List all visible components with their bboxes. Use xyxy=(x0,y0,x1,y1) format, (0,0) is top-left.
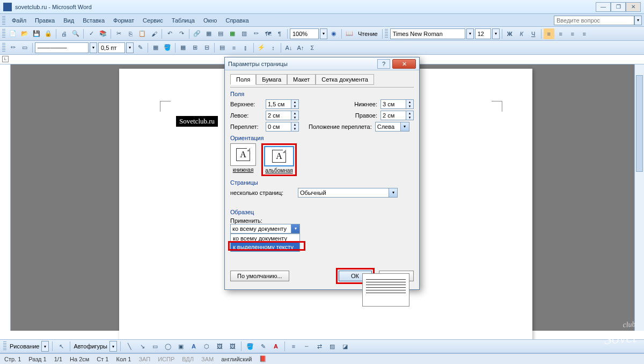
align-right-icon[interactable]: ≡ xyxy=(567,28,578,39)
columns-icon[interactable]: ▥ xyxy=(239,28,250,39)
help-icon[interactable]: ◉ xyxy=(328,28,339,39)
right-margin-input[interactable] xyxy=(380,111,406,120)
spelling-icon[interactable]: ✓ xyxy=(86,28,97,39)
arrowstyle-icon[interactable]: ⇄ xyxy=(314,341,325,352)
print-icon[interactable]: 🖨 xyxy=(58,28,69,39)
dropdown-icon[interactable]: ▾ xyxy=(401,122,409,132)
menu-format[interactable]: Формат xyxy=(109,16,138,25)
bottom-margin-input[interactable] xyxy=(380,99,406,109)
gutterpos-select[interactable] xyxy=(375,122,401,132)
draw-table-icon[interactable]: ✏ xyxy=(8,42,18,53)
lineweight-dropdown[interactable]: ▾ xyxy=(126,42,134,53)
aligncell-icon[interactable]: ▤ xyxy=(217,42,228,53)
tab-fields[interactable]: Поля xyxy=(230,74,256,85)
menu-insert[interactable]: Вставка xyxy=(78,16,109,25)
insert-table-icon[interactable]: ▤ xyxy=(215,28,226,39)
dialog-help-button[interactable]: ? xyxy=(377,59,390,69)
distrows-icon[interactable]: ≡ xyxy=(229,42,239,53)
align-left-icon[interactable]: ≡ xyxy=(544,28,554,39)
orientation-portrait[interactable]: A книжная xyxy=(230,143,256,176)
paste-icon[interactable]: 📋 xyxy=(137,28,148,39)
apply-option-all[interactable]: ко всему документу xyxy=(231,234,299,243)
close-button[interactable]: ✕ xyxy=(626,2,641,12)
scrollbar-thumb[interactable] xyxy=(636,75,643,172)
borders-icon[interactable]: ▦ xyxy=(150,42,161,53)
default-button[interactable]: По умолчанию... xyxy=(230,271,289,281)
help-search-input[interactable] xyxy=(554,16,634,25)
bold-button[interactable]: Ж xyxy=(504,28,515,39)
oval-icon[interactable]: ◯ xyxy=(163,341,173,352)
docmap-icon[interactable]: 🗺 xyxy=(262,28,273,39)
tab-paper[interactable]: Бумага xyxy=(256,74,287,85)
help-dropdown-icon[interactable]: ▾ xyxy=(634,16,642,25)
linestyle-icon[interactable]: ≡ xyxy=(288,341,299,352)
sortasc-icon[interactable]: A↓ xyxy=(283,42,294,53)
dialog-close-button[interactable]: ✕ xyxy=(392,59,416,69)
drawing-label[interactable]: Рисование xyxy=(10,343,39,350)
eraser-icon[interactable]: ▭ xyxy=(19,42,30,53)
lineweight-combo[interactable]: 0,5 пт xyxy=(98,42,125,53)
hyperlink-icon[interactable]: 🔗 xyxy=(192,28,202,39)
drawing-icon[interactable]: ✏ xyxy=(251,28,261,39)
spinner-arrows[interactable]: ▲▼ xyxy=(406,99,414,109)
status-language[interactable]: английский xyxy=(221,356,252,362)
menu-view[interactable]: Вид xyxy=(59,16,78,25)
fontsize-combo[interactable]: 12 xyxy=(475,28,491,39)
status-trk[interactable]: ИСПР xyxy=(158,356,174,362)
grip-icon[interactable] xyxy=(385,29,388,39)
maximize-button[interactable]: ❐ xyxy=(611,2,626,12)
align-justify-icon[interactable]: ≡ xyxy=(579,28,590,39)
picture-icon[interactable]: 🖼 xyxy=(227,341,238,352)
spinner-arrows[interactable]: ▲▼ xyxy=(291,99,299,109)
spinner-arrows[interactable]: ▲▼ xyxy=(291,122,299,132)
orientation-landscape[interactable]: A альбомная xyxy=(264,146,294,173)
excel-icon[interactable]: ▦ xyxy=(227,28,238,39)
document-text[interactable]: Sovetclub.ru xyxy=(176,116,218,127)
left-margin-input[interactable] xyxy=(266,111,291,120)
menu-edit[interactable]: Правка xyxy=(31,16,59,25)
shading-icon[interactable]: 🪣 xyxy=(162,42,173,53)
line-icon[interactable]: ╲ xyxy=(124,341,135,352)
spinner-arrows[interactable]: ▲▼ xyxy=(406,111,414,120)
grip-icon[interactable] xyxy=(2,43,5,53)
arrow-icon[interactable]: ↘ xyxy=(137,341,148,352)
read-icon[interactable]: 📖 xyxy=(344,28,355,39)
menu-table[interactable]: Таблица xyxy=(167,16,199,25)
fillcolor-icon[interactable]: 🪣 xyxy=(245,341,255,352)
permissions-icon[interactable]: 🔒 xyxy=(43,28,54,39)
vertical-ruler[interactable] xyxy=(0,64,11,331)
tables-borders-icon[interactable]: ▦ xyxy=(203,28,214,39)
zoom-combo[interactable]: 100% xyxy=(290,28,319,39)
sortdesc-icon[interactable]: A↑ xyxy=(295,42,306,53)
linestyle-dropdown[interactable]: ▾ xyxy=(90,42,97,53)
top-margin-input[interactable] xyxy=(266,99,291,109)
inserttable-icon[interactable]: ▦ xyxy=(178,42,188,53)
tab-grid[interactable]: Сетка документа xyxy=(316,74,374,85)
underline-button[interactable]: Ч xyxy=(528,28,539,39)
textbox-icon[interactable]: ▣ xyxy=(175,341,186,352)
fontsize-dropdown[interactable]: ▾ xyxy=(492,28,500,39)
paragraph-icon[interactable]: ¶ xyxy=(274,28,285,39)
fontcolor-icon[interactable]: A xyxy=(270,341,281,352)
clipart-icon[interactable]: 🖼 xyxy=(214,341,225,352)
select-objects-icon[interactable]: ↖ xyxy=(56,341,67,352)
drawing-dropdown[interactable]: ▾ xyxy=(41,341,49,352)
linecolor-icon[interactable]: ✎ xyxy=(258,341,268,352)
shadow-icon[interactable]: ▨ xyxy=(327,341,338,352)
tab-selector[interactable]: L xyxy=(2,56,9,62)
italic-button[interactable]: К xyxy=(516,28,527,39)
menu-file[interactable]: Файл xyxy=(8,16,31,25)
menu-tools[interactable]: Сервис xyxy=(138,16,167,25)
autoshapes-label[interactable]: Автофигуры xyxy=(74,343,107,350)
autoformat-icon[interactable]: ⚡ xyxy=(256,42,267,53)
mergecells-icon[interactable]: ⊞ xyxy=(189,42,200,53)
rectangle-icon[interactable]: ▭ xyxy=(150,341,160,352)
distcols-icon[interactable]: ⫿ xyxy=(240,42,251,53)
undo-icon[interactable]: ↶ xyxy=(164,28,175,39)
menu-help[interactable]: Справка xyxy=(221,16,253,25)
linestyle-combo[interactable]: ─────── xyxy=(35,42,89,53)
open-icon[interactable]: 📂 xyxy=(19,28,30,39)
status-rec[interactable]: ЗАП xyxy=(138,356,150,362)
status-ovr[interactable]: ЗАМ xyxy=(201,356,214,362)
status-spellcheck-icon[interactable]: 📕 xyxy=(259,355,267,362)
